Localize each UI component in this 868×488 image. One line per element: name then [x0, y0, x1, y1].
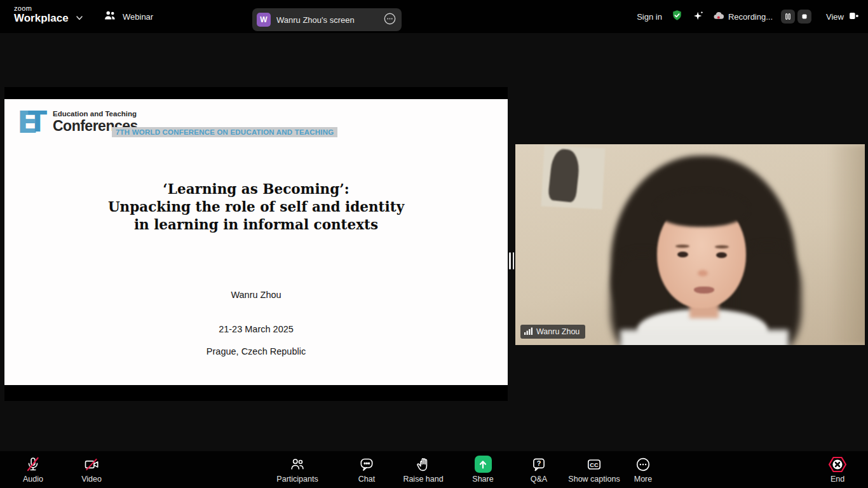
- participants-button[interactable]: Participants: [262, 456, 332, 484]
- sign-in-link[interactable]: Sign in: [637, 12, 662, 22]
- participant-video-tile[interactable]: Wanru Zhou: [515, 144, 865, 345]
- recording-label: Recording...: [728, 12, 773, 22]
- et-logo: E T: [17, 106, 51, 140]
- slide-title: ‘Learning as Becoming’: Unpacking the ro…: [4, 180, 508, 234]
- video-label: Video: [81, 475, 102, 484]
- svg-text:CC: CC: [590, 461, 599, 468]
- person-bangs: [654, 190, 749, 227]
- more-icon: [635, 456, 651, 473]
- zoom-workplace-logo: zoom Workplace: [14, 4, 69, 25]
- slide-author: Wanru Zhou: [4, 290, 508, 300]
- end-label: End: [831, 475, 844, 484]
- background-curtain: [828, 144, 865, 345]
- share-arrow-icon: [475, 456, 492, 473]
- person-eyebrow-right: [715, 245, 729, 248]
- view-label: View: [826, 12, 844, 22]
- chevron-down-icon[interactable]: [75, 13, 84, 24]
- qa-icon: ?: [531, 456, 547, 473]
- top-bar: zoom Workplace Webinar W Wanru Zhou's sc…: [0, 0, 868, 33]
- participants-icon: [289, 456, 306, 473]
- view-button[interactable]: View: [826, 11, 859, 23]
- audio-level-icon: [524, 327, 533, 337]
- title-line2: Unpacking the role of self and identity: [4, 198, 508, 216]
- title-line3: in learning in informal contexts: [4, 216, 508, 234]
- end-icon: [827, 456, 848, 473]
- participant-name: Wanru Zhou: [536, 327, 580, 336]
- person-eyebrow-left: [675, 245, 689, 248]
- svg-text:?: ?: [537, 459, 541, 467]
- audio-label: Audio: [23, 475, 43, 484]
- person-shoulders: [620, 330, 789, 345]
- svg-text:T: T: [28, 106, 47, 138]
- ai-sparkle-icon[interactable]: [692, 10, 705, 24]
- person-nose: [698, 270, 708, 276]
- stop-recording-button[interactable]: [797, 10, 811, 24]
- avatar: W: [257, 13, 271, 27]
- recording-indicator: Recording...: [713, 11, 773, 22]
- webinar-label: Webinar: [123, 12, 153, 22]
- chat-icon: [358, 456, 375, 473]
- person-mouth: [694, 287, 714, 294]
- camera-off-icon: [83, 456, 100, 473]
- qa-label: Q&A: [531, 475, 547, 484]
- view-layout-icon: [848, 11, 859, 23]
- person-eye-right: [716, 252, 727, 258]
- ellipsis-icon[interactable]: [383, 12, 397, 28]
- share-label: Share: [472, 475, 493, 484]
- shared-screen-label: Wanru Zhou's screen: [276, 15, 377, 25]
- cc-icon: CC: [586, 456, 602, 473]
- mic-muted-icon: [25, 456, 41, 473]
- meeting-toolbar: Audio Video: [0, 451, 868, 488]
- slide-location: Prague, Czech Republic: [4, 346, 508, 356]
- participants-label: Participants: [276, 475, 318, 484]
- panel-resize-handle[interactable]: [508, 251, 515, 270]
- recording-cloud-icon: [713, 11, 724, 22]
- pause-recording-button[interactable]: [781, 10, 795, 24]
- chat-label: Chat: [358, 475, 375, 484]
- shield-check-icon[interactable]: [670, 9, 684, 24]
- zoom-meeting-window: zoom Workplace Webinar W Wanru Zhou's sc…: [0, 0, 868, 488]
- person-eye-left: [677, 252, 688, 257]
- raise-hand-label: Raise hand: [403, 475, 443, 484]
- conference-banner: 7TH WORLD CONFERENCE ON EDUCATION AND TE…: [112, 127, 337, 137]
- end-button[interactable]: End: [803, 456, 868, 484]
- brand-workplace: Workplace: [14, 12, 69, 25]
- webinar-people-icon: [103, 9, 117, 25]
- shared-screen-pill[interactable]: W Wanru Zhou's screen: [252, 8, 402, 31]
- raise-hand-icon: [415, 456, 431, 473]
- more-button[interactable]: More: [608, 456, 678, 484]
- participant-name-tag: Wanru Zhou: [520, 325, 585, 339]
- shared-screen-content: E T Education and Teaching Conferences 7…: [4, 87, 508, 401]
- more-label: More: [634, 475, 652, 484]
- presentation-slide: E T Education and Teaching Conferences 7…: [4, 99, 508, 385]
- brand-zoom: zoom: [14, 4, 69, 12]
- slide-dates: 21-23 March 2025: [4, 324, 508, 334]
- video-button[interactable]: Video: [57, 456, 126, 484]
- webinar-indicator: Webinar: [103, 9, 153, 25]
- title-line1: ‘Learning as Becoming’:: [4, 180, 508, 198]
